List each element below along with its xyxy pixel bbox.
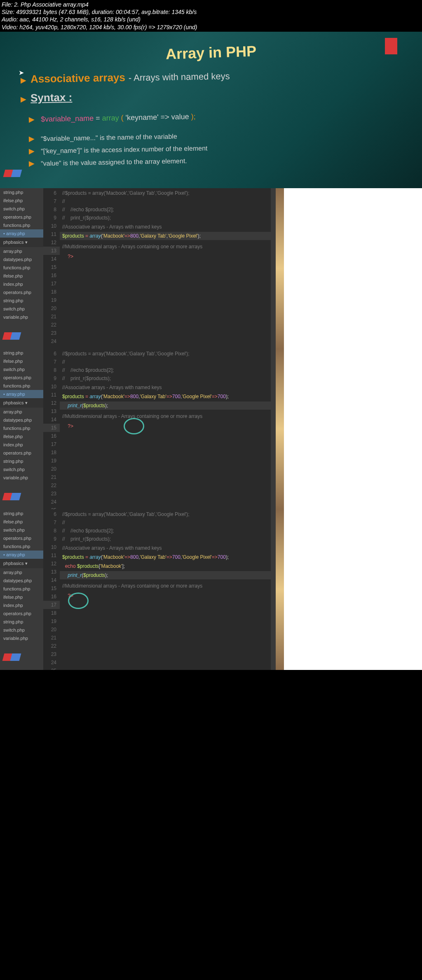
- sidebar-file-item[interactable]: operators.php: [0, 534, 43, 542]
- line-number: 14: [43, 415, 60, 424]
- sidebar-file-item[interactable]: operators.php: [0, 288, 43, 296]
- code-line[interactable]: $products = array('Macbook'=>800,'Galaxy…: [60, 553, 271, 561]
- line-number: 19: [43, 457, 60, 465]
- line-number: 11: [43, 230, 60, 238]
- file-size-line: Size: 49939321 bytes (47.63 MiB), durati…: [2, 8, 420, 16]
- sidebar-file-item[interactable]: array.php: [0, 568, 43, 576]
- line-number: 14: [43, 255, 60, 263]
- sidebar-file-item[interactable]: functions.php: [0, 585, 43, 593]
- sidebar-file-item[interactable]: functions.php: [0, 542, 43, 551]
- sidebar-file-item-active[interactable]: • array.php: [0, 551, 43, 559]
- code-paren-open: (: [121, 114, 124, 122]
- code-line[interactable]: [60, 433, 271, 434]
- code-line[interactable]: [60, 602, 271, 602]
- code-line[interactable]: //Associative arrays - Arrays with named…: [60, 223, 271, 231]
- sidebar-file-item[interactable]: operators.php: [0, 213, 43, 221]
- sidebar-file-item[interactable]: string.php: [0, 188, 43, 196]
- line-number: 15: [43, 584, 60, 593]
- code-line[interactable]: ?>: [60, 252, 271, 261]
- code-line[interactable]: //$products = array('Macbook','Galaxy Ta…: [60, 189, 271, 197]
- sidebar-file-item[interactable]: ifelse.php: [0, 357, 43, 365]
- code-line[interactable]: //Multidimensional arrays - Arrays conta…: [60, 243, 271, 251]
- line-number: 6: [43, 189, 60, 197]
- sidebar-file-item[interactable]: index.php: [0, 601, 43, 609]
- sidebar-file-item[interactable]: functions.php: [0, 264, 43, 272]
- sidebar-file-item[interactable]: ifelse.php: [0, 593, 43, 601]
- code-line[interactable]: // print_r($products);: [60, 374, 271, 383]
- line-number: 24: [43, 337, 60, 345]
- scrollbar[interactable]: [271, 509, 276, 670]
- sidebar-file-item[interactable]: datatypes.php: [0, 576, 43, 585]
- sidebar-file-item[interactable]: switch.php: [0, 305, 43, 313]
- code-line[interactable]: $products = array('Macbook'=>800,'Galaxy…: [60, 232, 271, 240]
- sidebar-file-item[interactable]: ifelse.php: [0, 196, 43, 205]
- sidebar-file-item[interactable]: switch.php: [0, 626, 43, 634]
- code-line[interactable]: // print_r($products);: [60, 214, 271, 222]
- output-panel: [284, 349, 422, 509]
- sidebar-file-item-active[interactable]: • array.php: [0, 229, 43, 238]
- code-line[interactable]: // //echo $products[2];: [60, 366, 271, 374]
- code-line[interactable]: //: [60, 518, 271, 527]
- sidebar-file-item[interactable]: ifelse.php: [0, 432, 43, 441]
- code-area[interactable]: //$products = array('Macbook','Galaxy Ta…: [60, 509, 271, 670]
- sidebar-file-item[interactable]: datatypes.php: [0, 255, 43, 264]
- sidebar-file-item[interactable]: string.php: [0, 296, 43, 305]
- sidebar-file-item[interactable]: string.php: [0, 457, 43, 465]
- line-number: 7: [43, 518, 60, 527]
- sidebar-file-item[interactable]: operators.php: [0, 609, 43, 618]
- sidebar-file-item[interactable]: ifelse.php: [0, 518, 43, 526]
- code-editor-panel-2: string.phpifelse.phpswitch.phpoperators.…: [0, 349, 422, 509]
- sidebar-file-item[interactable]: variable.php: [0, 313, 43, 321]
- code-line[interactable]: ?>: [60, 592, 271, 600]
- code-line[interactable]: ?>: [60, 422, 271, 430]
- sidebar-file-item[interactable]: array.php: [0, 408, 43, 416]
- sidebar-file-item-active[interactable]: • array.php: [0, 390, 43, 398]
- code-line[interactable]: //Associative arrays - Arrays with named…: [60, 544, 271, 552]
- sidebar-file-item[interactable]: index.php: [0, 441, 43, 449]
- code-line[interactable]: //Multidimensional arrays - Arrays conta…: [60, 582, 271, 590]
- code-line[interactable]: [60, 263, 271, 264]
- sidebar-file-item[interactable]: operators.php: [0, 373, 43, 382]
- code-line[interactable]: print_r($products);: [60, 571, 271, 579]
- sidebar-file-item[interactable]: variable.php: [0, 634, 43, 642]
- sidebar-file-item[interactable]: string.php: [0, 349, 43, 357]
- scrollbar[interactable]: [271, 349, 276, 509]
- sidebar-file-item[interactable]: variable.php: [0, 474, 43, 482]
- code-line[interactable]: print_r($products);: [60, 401, 271, 410]
- sidebar-file-item[interactable]: switch.php: [0, 465, 43, 474]
- sidebar-file-item[interactable]: functions.php: [0, 221, 43, 229]
- line-number: 22: [43, 481, 60, 490]
- sidebar-folder[interactable]: phpbasics ▾: [0, 398, 43, 408]
- sidebar-file-item[interactable]: switch.php: [0, 526, 43, 534]
- code-line[interactable]: //$products = array('Macbook','Galaxy Ta…: [60, 510, 271, 518]
- sidebar-file-item[interactable]: functions.php: [0, 424, 43, 432]
- sidebar-folder[interactable]: phpbasics ▾: [0, 559, 43, 568]
- code-line[interactable]: //$products = array('Macbook','Galaxy Ta…: [60, 350, 271, 358]
- sidebar-file-item[interactable]: ifelse.php: [0, 272, 43, 280]
- sidebar-file-item[interactable]: string.php: [0, 509, 43, 518]
- sidebar-file-item[interactable]: datatypes.php: [0, 416, 43, 424]
- code-line[interactable]: echo $products['Macbook'];: [60, 562, 271, 570]
- sidebar-file-item[interactable]: index.php: [0, 280, 43, 288]
- scrollbar[interactable]: [271, 188, 276, 349]
- sidebar-file-item[interactable]: array.php: [0, 247, 43, 255]
- code-line[interactable]: // //echo $products[2];: [60, 205, 271, 214]
- sidebar-file-item[interactable]: functions.php: [0, 382, 43, 390]
- sidebar-folder[interactable]: phpbasics ▾: [0, 238, 43, 247]
- code-line[interactable]: // print_r($products);: [60, 535, 271, 543]
- code-line[interactable]: $products = array('Macbook'=>800,'Galaxy…: [60, 392, 271, 401]
- sidebar-file-item[interactable]: switch.php: [0, 365, 43, 373]
- triangle-bullet-icon: ▶: [21, 76, 26, 85]
- code-line[interactable]: //: [60, 358, 271, 366]
- presentation-slide: ➤ Array in PHP ▶ Associative arrays - Ar…: [0, 32, 422, 188]
- code-area[interactable]: //$products = array('Macbook','Galaxy Ta…: [60, 188, 271, 349]
- sidebar-file-item[interactable]: string.php: [0, 618, 43, 626]
- sidebar-file-item[interactable]: switch.php: [0, 205, 43, 213]
- code-line[interactable]: //Multidimensional arrays - Arrays conta…: [60, 412, 271, 420]
- code-line[interactable]: //: [60, 197, 271, 205]
- line-number: 12: [43, 238, 60, 247]
- code-line[interactable]: // //echo $products[2];: [60, 527, 271, 535]
- sidebar-file-item[interactable]: operators.php: [0, 449, 43, 457]
- code-line[interactable]: //Associative arrays - Arrays with named…: [60, 383, 271, 392]
- code-area[interactable]: //$products = array('Macbook','Galaxy Ta…: [60, 349, 271, 509]
